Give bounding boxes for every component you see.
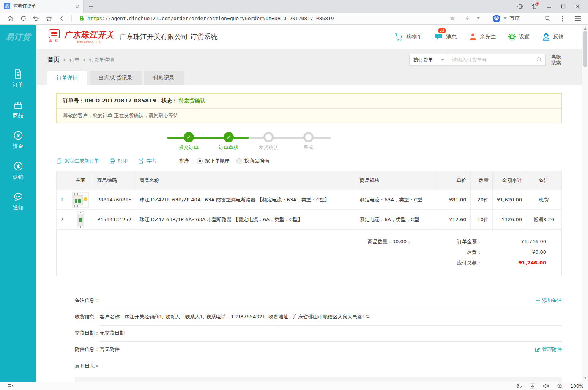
- settings-button[interactable]: 设置: [508, 33, 530, 41]
- tab-shipping-records[interactable]: 出库/发货记录: [90, 71, 142, 85]
- tab-payment-records[interactable]: 付款记录: [144, 71, 184, 85]
- extensions-bolt-icon[interactable]: [462, 14, 473, 24]
- browser-tab[interactable]: 易 查看订货单 ×: [0, 0, 84, 13]
- refresh-icon[interactable]: [17, 14, 29, 24]
- scrollbar-thumb[interactable]: [583, 31, 587, 67]
- undo-history-icon[interactable]: [30, 14, 42, 24]
- search-submit-icon[interactable]: [533, 54, 545, 65]
- night-mode-icon[interactable]: [517, 383, 522, 389]
- home-icon[interactable]: [5, 14, 16, 24]
- vertical-scrollbar[interactable]: [582, 25, 588, 382]
- search-category-dropdown[interactable]: 搜订货单: [410, 54, 448, 65]
- favorites-star-icon[interactable]: [446, 14, 458, 24]
- sound-icon[interactable]: [543, 383, 549, 389]
- browser-titlebar: 易 查看订货单 ×: [0, 0, 588, 13]
- bookmark-star-icon[interactable]: [43, 14, 55, 24]
- col-code: 商品编码: [93, 171, 136, 190]
- log-table-header: 公司名称 操作人 时间 操作类别 操作日志: [75, 377, 562, 382]
- order-status-line: 订单号：DH-O-20170817-085819状态：待发货确认: [57, 94, 561, 109]
- zoom-level[interactable]: 100%: [571, 384, 583, 389]
- product-remark: 货期8.20: [526, 210, 562, 230]
- skin-theme-icon[interactable]: [527, 0, 542, 13]
- product-code: P4514134252: [93, 210, 136, 230]
- address-bar[interactable]: https://agent.dinghuo123.com/order/order…: [76, 15, 445, 22]
- totals-freight-row: 运费：¥0.00: [72, 247, 546, 258]
- expand-log-toggle[interactable]: 展开日志: [56, 363, 562, 370]
- sidebar-item-orders[interactable]: 订单: [13, 69, 24, 88]
- check-icon: [184, 132, 194, 142]
- sidebar-item-notifications[interactable]: 通知: [13, 192, 24, 211]
- sidebar-item-label: 商品: [13, 112, 24, 119]
- sidebar-expand-icon[interactable]: [5, 381, 16, 390]
- toolbar-divider: [71, 15, 72, 22]
- dollar-circle-icon: $: [13, 161, 24, 171]
- chevron-down-icon[interactable]: [477, 17, 480, 19]
- hamburger-menu-icon[interactable]: [572, 14, 583, 24]
- scroll-up-arrow[interactable]: [584, 27, 587, 30]
- maximize-button[interactable]: [556, 0, 571, 13]
- col-name: 商品名称: [136, 171, 356, 190]
- sidebar-item-promotions[interactable]: $ 促销: [13, 161, 24, 181]
- breadcrumb-separator: >: [82, 57, 86, 63]
- close-tab-icon[interactable]: ×: [75, 4, 79, 9]
- copy-order-button[interactable]: 复制生成新订单: [56, 157, 99, 164]
- mobile-sync-icon[interactable]: [513, 0, 527, 13]
- row-index: 1: [57, 190, 68, 210]
- minimize-button[interactable]: [542, 0, 556, 13]
- table-header-row: 主图 商品编码 商品名称 商品规格 单价 数量 金额小计 备注: [57, 171, 562, 190]
- sidebar-menu: 订单 商品 ¥ 资金 $ 促销 通知: [0, 69, 36, 211]
- shipping-label: 收货信息：: [75, 310, 100, 320]
- status-value: 待发货确认: [179, 98, 205, 104]
- breadcrumb-row: 首页 > 订单 > 订货单详情 搜订货单 高级搜索: [36, 49, 582, 71]
- table-row: 1 P8814760815 珠江 DZ47LE-63B/2P 40A~63A 防…: [57, 190, 562, 210]
- export-button[interactable]: 导出: [138, 157, 156, 164]
- statusbar-right: 100%: [517, 383, 583, 389]
- svg-text:$: $: [16, 164, 20, 169]
- close-window-button[interactable]: [571, 0, 585, 13]
- account-button[interactable]: 余先生: [469, 33, 496, 41]
- message-icon: [434, 32, 443, 41]
- sidebar-item-funds[interactable]: ¥ 资金: [13, 130, 24, 150]
- attachment-section: 附件信息： 暂无附件 管理附件: [56, 343, 562, 359]
- breadcrumb-separator: >: [63, 57, 66, 63]
- sort-by-order-radio[interactable]: 按下单顺序: [197, 157, 230, 164]
- attachment-value: 暂无附件: [100, 346, 535, 353]
- product-thumbnail[interactable]: [68, 210, 93, 230]
- zoom-icon[interactable]: [557, 383, 563, 389]
- manage-attachment-button[interactable]: 管理附件: [535, 346, 562, 353]
- download-manager-icon[interactable]: [530, 383, 535, 389]
- search-icon[interactable]: [542, 14, 553, 24]
- order-search-input[interactable]: [448, 54, 533, 65]
- breadcrumb-home[interactable]: 首页: [47, 56, 60, 64]
- browser-toolbar: https://agent.dinghuo123.com/order/order…: [0, 13, 588, 25]
- new-tab-button[interactable]: [84, 0, 99, 13]
- tab-order-detail[interactable]: 订单详情: [47, 71, 87, 85]
- window-controls: [513, 0, 588, 13]
- collapse-back-icon[interactable]: [56, 14, 68, 24]
- header-nav: 购物车 33 消息 余先生 设置 反馈: [394, 32, 564, 41]
- sort-by-code-radio[interactable]: 按商品编码: [236, 157, 269, 164]
- url-text: https://agent.dinghuo123.com/order/order…: [87, 16, 334, 21]
- messages-button[interactable]: 33 消息: [434, 32, 457, 41]
- company-logo-mark: 珠 江: [47, 29, 61, 44]
- sidebar-item-label: 通知: [13, 204, 24, 211]
- sidebar-item-label: 订单: [13, 82, 24, 88]
- order-status-message: 尊敬的客户，您的订单 正在发货确认，请您耐心等待: [57, 109, 561, 123]
- add-remark-button[interactable]: 添加备注: [536, 297, 562, 304]
- scroll-down-arrow[interactable]: [584, 377, 587, 379]
- breadcrumb-orders[interactable]: 订单: [69, 57, 79, 63]
- copy-icon: [56, 158, 62, 164]
- delivery-date-value: 无交货日期: [100, 330, 562, 337]
- kebab-menu-icon[interactable]: [557, 14, 568, 24]
- feedback-button[interactable]: 反馈: [542, 33, 564, 41]
- sidebar-item-label: 资金: [13, 143, 24, 150]
- cart-button[interactable]: 购物车: [394, 32, 422, 41]
- search-category-label: 搜订货单: [413, 57, 433, 63]
- table-row: 2 P4514134252 珠江 DZ47-63B/1P 6A~63A 小型断路…: [57, 210, 562, 230]
- sidebar-item-products[interactable]: 商品: [13, 99, 24, 119]
- advanced-search-link[interactable]: 高级搜索: [550, 54, 562, 66]
- print-button[interactable]: 打印: [109, 157, 128, 164]
- step-ship-confirm: 发货确认: [251, 132, 285, 151]
- search-engine-selector[interactable]: 百度: [492, 14, 520, 23]
- product-thumbnail[interactable]: [68, 190, 93, 210]
